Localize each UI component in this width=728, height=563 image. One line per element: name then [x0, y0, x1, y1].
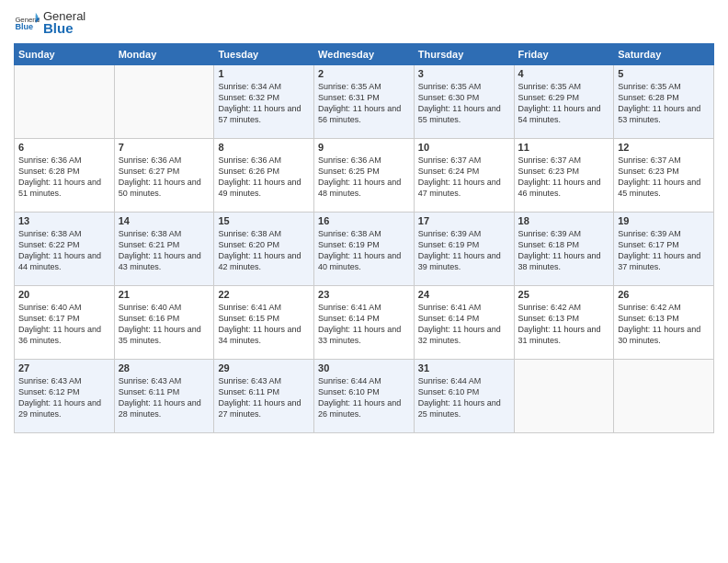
calendar-cell: 21Sunrise: 6:40 AM Sunset: 6:16 PM Dayli… [114, 286, 214, 360]
cell-info: Sunrise: 6:38 AM Sunset: 6:19 PM Dayligh… [318, 228, 410, 273]
cell-info: Sunrise: 6:44 AM Sunset: 6:10 PM Dayligh… [418, 375, 510, 420]
calendar-cell: 2Sunrise: 6:35 AM Sunset: 6:31 PM Daylig… [314, 65, 415, 139]
cell-info: Sunrise: 6:37 AM Sunset: 6:24 PM Dayligh… [418, 155, 510, 200]
day-number: 23 [318, 289, 410, 300]
calendar-cell: 4Sunrise: 6:35 AM Sunset: 6:29 PM Daylig… [514, 65, 614, 139]
calendar-cell: 18Sunrise: 6:39 AM Sunset: 6:18 PM Dayli… [514, 213, 614, 286]
day-number: 13 [18, 215, 110, 226]
day-number: 5 [618, 68, 710, 79]
cell-info: Sunrise: 6:41 AM Sunset: 6:14 PM Dayligh… [418, 302, 510, 347]
day-header-monday: Monday [114, 44, 214, 65]
day-number: 11 [518, 142, 610, 153]
calendar-cell: 9Sunrise: 6:36 AM Sunset: 6:25 PM Daylig… [314, 139, 415, 213]
calendar-cell [114, 65, 214, 139]
cell-info: Sunrise: 6:35 AM Sunset: 6:28 PM Dayligh… [618, 81, 710, 126]
week-row-1: 1Sunrise: 6:34 AM Sunset: 6:32 PM Daylig… [15, 65, 714, 139]
day-header-wednesday: Wednesday [314, 44, 415, 65]
day-number: 17 [418, 215, 510, 226]
calendar-cell: 23Sunrise: 6:41 AM Sunset: 6:14 PM Dayli… [314, 286, 415, 360]
day-number: 20 [18, 289, 110, 300]
cell-info: Sunrise: 6:43 AM Sunset: 6:12 PM Dayligh… [18, 375, 110, 420]
calendar-cell: 29Sunrise: 6:43 AM Sunset: 6:11 PM Dayli… [214, 360, 314, 433]
cell-info: Sunrise: 6:37 AM Sunset: 6:23 PM Dayligh… [518, 155, 610, 200]
cell-info: Sunrise: 6:34 AM Sunset: 6:32 PM Dayligh… [218, 81, 310, 126]
cell-info: Sunrise: 6:36 AM Sunset: 6:27 PM Dayligh… [119, 155, 210, 200]
cell-info: Sunrise: 6:42 AM Sunset: 6:13 PM Dayligh… [618, 302, 710, 347]
calendar-container: General Blue General Blue SundayMondayTu… [0, 0, 728, 442]
calendar-cell: 20Sunrise: 6:40 AM Sunset: 6:17 PM Dayli… [15, 286, 115, 360]
cell-info: Sunrise: 6:36 AM Sunset: 6:28 PM Dayligh… [18, 155, 110, 200]
calendar-cell: 10Sunrise: 6:37 AM Sunset: 6:24 PM Dayli… [414, 139, 514, 213]
calendar-cell: 13Sunrise: 6:38 AM Sunset: 6:22 PM Dayli… [15, 213, 115, 286]
calendar-cell: 27Sunrise: 6:43 AM Sunset: 6:12 PM Dayli… [15, 360, 115, 433]
cell-info: Sunrise: 6:44 AM Sunset: 6:10 PM Dayligh… [318, 375, 410, 420]
day-number: 12 [618, 142, 710, 153]
day-number: 27 [18, 362, 110, 373]
day-number: 2 [318, 68, 410, 79]
calendar-cell: 24Sunrise: 6:41 AM Sunset: 6:14 PM Dayli… [414, 286, 514, 360]
calendar-cell: 31Sunrise: 6:44 AM Sunset: 6:10 PM Dayli… [414, 360, 514, 433]
cell-info: Sunrise: 6:36 AM Sunset: 6:26 PM Dayligh… [218, 155, 310, 200]
week-row-2: 6Sunrise: 6:36 AM Sunset: 6:28 PM Daylig… [15, 139, 714, 213]
cell-info: Sunrise: 6:41 AM Sunset: 6:15 PM Dayligh… [218, 302, 310, 347]
svg-text:Blue: Blue [15, 22, 33, 31]
cell-info: Sunrise: 6:38 AM Sunset: 6:21 PM Dayligh… [119, 228, 210, 273]
cell-info: Sunrise: 6:41 AM Sunset: 6:14 PM Dayligh… [318, 302, 410, 347]
calendar-cell: 28Sunrise: 6:43 AM Sunset: 6:11 PM Dayli… [114, 360, 214, 433]
day-number: 9 [318, 142, 410, 153]
calendar-cell [514, 360, 614, 433]
calendar-cell: 25Sunrise: 6:42 AM Sunset: 6:13 PM Dayli… [514, 286, 614, 360]
cell-info: Sunrise: 6:35 AM Sunset: 6:29 PM Dayligh… [518, 81, 610, 126]
day-header-tuesday: Tuesday [214, 44, 314, 65]
calendar-cell: 12Sunrise: 6:37 AM Sunset: 6:23 PM Dayli… [614, 139, 714, 213]
calendar-cell: 5Sunrise: 6:35 AM Sunset: 6:28 PM Daylig… [614, 65, 714, 139]
cell-info: Sunrise: 6:42 AM Sunset: 6:13 PM Dayligh… [518, 302, 610, 347]
cell-info: Sunrise: 6:40 AM Sunset: 6:16 PM Dayligh… [119, 302, 210, 347]
day-number: 15 [218, 215, 310, 226]
calendar-cell: 6Sunrise: 6:36 AM Sunset: 6:28 PM Daylig… [15, 139, 115, 213]
day-header-thursday: Thursday [414, 44, 514, 65]
day-header-saturday: Saturday [614, 44, 714, 65]
calendar-cell: 26Sunrise: 6:42 AM Sunset: 6:13 PM Dayli… [614, 286, 714, 360]
calendar-cell: 7Sunrise: 6:36 AM Sunset: 6:27 PM Daylig… [114, 139, 214, 213]
calendar-table: SundayMondayTuesdayWednesdayThursdayFrid… [14, 43, 714, 433]
day-header-friday: Friday [514, 44, 614, 65]
calendar-cell [614, 360, 714, 433]
day-number: 24 [418, 289, 510, 300]
cell-info: Sunrise: 6:35 AM Sunset: 6:31 PM Dayligh… [318, 81, 410, 126]
calendar-cell: 11Sunrise: 6:37 AM Sunset: 6:23 PM Dayli… [514, 139, 614, 213]
cell-info: Sunrise: 6:35 AM Sunset: 6:30 PM Dayligh… [418, 81, 510, 126]
calendar-cell: 14Sunrise: 6:38 AM Sunset: 6:21 PM Dayli… [114, 213, 214, 286]
logo: General Blue General Blue [14, 9, 85, 36]
day-number: 25 [518, 289, 610, 300]
calendar-cell: 22Sunrise: 6:41 AM Sunset: 6:15 PM Dayli… [214, 286, 314, 360]
calendar-cell: 1Sunrise: 6:34 AM Sunset: 6:32 PM Daylig… [214, 65, 314, 139]
cell-info: Sunrise: 6:39 AM Sunset: 6:19 PM Dayligh… [418, 228, 510, 273]
calendar-cell: 17Sunrise: 6:39 AM Sunset: 6:19 PM Dayli… [414, 213, 514, 286]
day-number: 18 [518, 215, 610, 226]
cell-info: Sunrise: 6:39 AM Sunset: 6:18 PM Dayligh… [518, 228, 610, 273]
calendar-header: General Blue General Blue [14, 9, 714, 36]
day-number: 6 [18, 142, 110, 153]
calendar-cell [15, 65, 115, 139]
day-number: 14 [119, 215, 210, 226]
day-number: 28 [119, 362, 210, 373]
calendar-cell: 15Sunrise: 6:38 AM Sunset: 6:20 PM Dayli… [214, 213, 314, 286]
cell-info: Sunrise: 6:40 AM Sunset: 6:17 PM Dayligh… [18, 302, 110, 347]
day-number: 3 [418, 68, 510, 79]
day-number: 26 [618, 289, 710, 300]
calendar-cell: 8Sunrise: 6:36 AM Sunset: 6:26 PM Daylig… [214, 139, 314, 213]
calendar-cell: 19Sunrise: 6:39 AM Sunset: 6:17 PM Dayli… [614, 213, 714, 286]
day-number: 1 [218, 68, 310, 79]
cell-info: Sunrise: 6:39 AM Sunset: 6:17 PM Dayligh… [618, 228, 710, 273]
cell-info: Sunrise: 6:38 AM Sunset: 6:22 PM Dayligh… [18, 228, 110, 273]
cell-info: Sunrise: 6:36 AM Sunset: 6:25 PM Dayligh… [318, 155, 410, 200]
calendar-cell: 30Sunrise: 6:44 AM Sunset: 6:10 PM Dayli… [314, 360, 415, 433]
week-row-4: 20Sunrise: 6:40 AM Sunset: 6:17 PM Dayli… [15, 286, 714, 360]
day-number: 29 [218, 362, 310, 373]
day-number: 19 [618, 215, 710, 226]
cell-info: Sunrise: 6:43 AM Sunset: 6:11 PM Dayligh… [218, 375, 310, 420]
day-number: 8 [218, 142, 310, 153]
header-row: SundayMondayTuesdayWednesdayThursdayFrid… [15, 44, 714, 65]
cell-info: Sunrise: 6:38 AM Sunset: 6:20 PM Dayligh… [218, 228, 310, 273]
